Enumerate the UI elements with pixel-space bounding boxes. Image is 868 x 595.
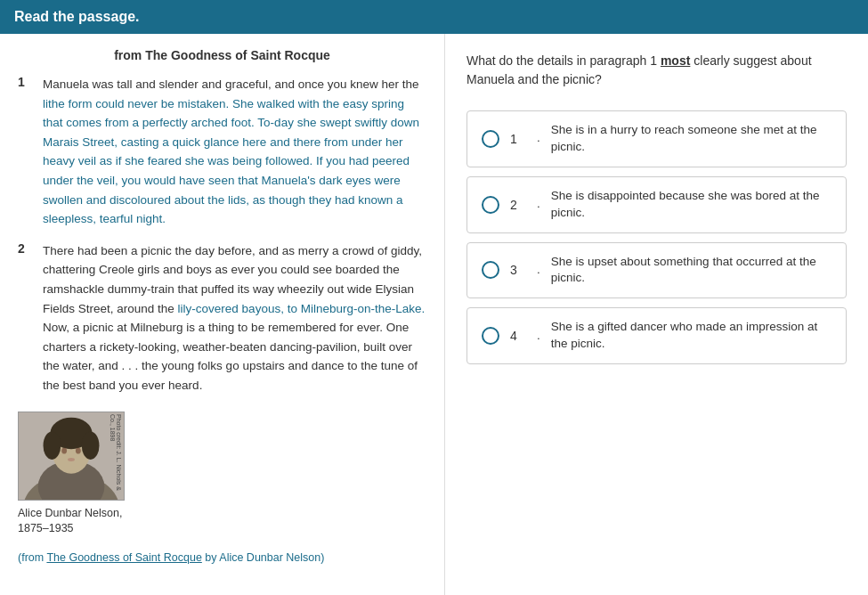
option-label-4: She is a gifted dancer who made an impre… [551,319,831,353]
answer-option-4[interactable]: 4. She is a gifted dancer who made an im… [466,307,847,364]
option-num-1: 1 [510,132,526,146]
svg-point-10 [68,457,75,461]
right-panel: What do the details in paragraph 1 most … [445,34,868,595]
left-panel: from The Goodness of Saint Rocque 1 Manu… [0,34,445,595]
option-num-3: 3 [510,263,526,277]
question-text: What do the details in paragraph 1 most … [466,52,847,89]
author-section: Photo credit: J. L. Nichols & Co., 1898 … [18,412,426,537]
paragraph-2: 2 There had been a picnic the day before… [18,241,426,395]
option-label-1: She is in a hurry to reach someone she m… [551,122,831,156]
option-num-2: 2 [510,198,526,212]
passage-source: from The Goodness of Saint Rocque [18,48,426,62]
answer-option-1[interactable]: 1. She is in a hurry to reach someone sh… [466,110,847,167]
photo-credit: Photo credit: J. L. Nichols & Co., 1898 [110,414,122,500]
footnote: (from The Goodness of Saint Rocque by Al… [18,551,426,564]
svg-point-8 [61,447,67,453]
radio-3[interactable] [482,261,499,279]
footnote-link[interactable]: The Goodness of Saint Rocque [46,551,201,564]
para-text-1: Manuela was tall and slender and gracefu… [43,75,426,229]
header: Read the passage. [0,0,868,34]
radio-4[interactable] [482,327,499,345]
radio-1[interactable] [482,130,499,148]
header-title: Read the passage. [14,9,140,24]
para-num-2: 2 [18,241,32,395]
option-dot-4: . [537,328,540,345]
source-prefix: from [114,48,145,62]
option-dot-3: . [537,262,540,279]
question-emphasis: most [661,53,690,68]
option-label-3: She is upset about something that occurr… [551,254,831,288]
option-text-1: . [537,130,540,147]
source-title: The Goodness of Saint Rocque [145,48,330,62]
option-label-2: She is disappointed because she was bore… [551,188,831,222]
paragraph-1: 1 Manuela was tall and slender and grace… [18,75,426,229]
answer-option-2[interactable]: 2. She is disappointed because she was b… [466,176,847,233]
para-text-2: There had been a picnic the day before, … [43,241,426,395]
svg-point-6 [44,431,61,459]
radio-2[interactable] [482,196,499,214]
para-num-1: 1 [18,75,32,229]
author-image: Photo credit: J. L. Nichols & Co., 1898 [18,412,125,501]
author-portrait-svg [19,412,124,501]
author-caption: Alice Dunbar Nelson,1875–1935 [18,506,122,537]
option-num-4: 4 [510,329,526,343]
option-dot-2: . [537,196,540,213]
svg-point-7 [82,431,100,459]
answer-option-3[interactable]: 3. She is upset about something that occ… [466,242,847,299]
svg-point-9 [76,447,81,453]
